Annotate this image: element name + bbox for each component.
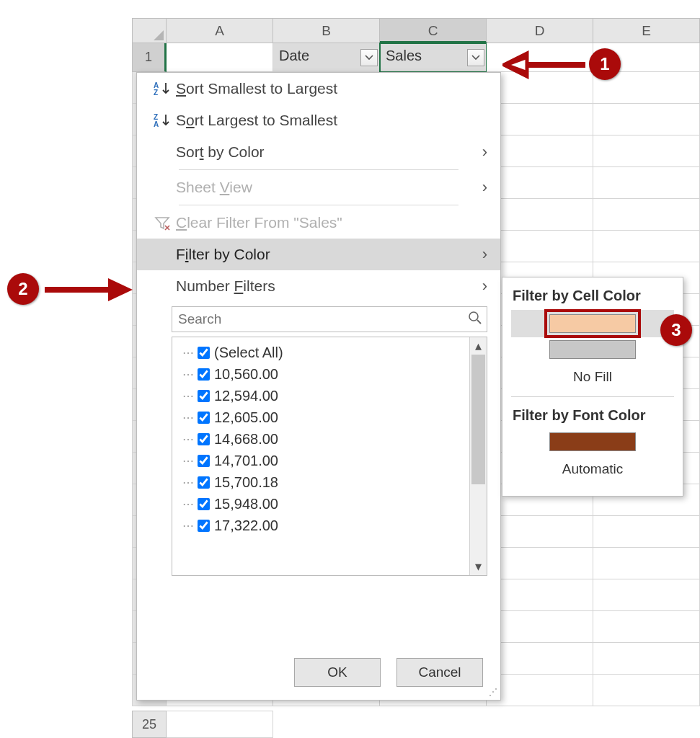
col-header-B[interactable]: B: [273, 18, 380, 43]
filter-by-color[interactable]: Filter by Color ›: [137, 239, 500, 270]
value-label: 17,322.00: [214, 517, 278, 534]
svg-text:A: A: [154, 120, 159, 128]
chevron-right-icon: ›: [482, 143, 487, 161]
automatic-option[interactable]: Automatic: [511, 454, 674, 486]
sort-asc-icon: AZ: [149, 81, 176, 97]
cell-B1[interactable]: Date: [273, 43, 380, 72]
chevron-right-icon: ›: [482, 178, 487, 197]
separator: [179, 169, 458, 170]
scroll-up-icon[interactable]: ▴: [470, 337, 487, 355]
value-label: 14,701.00: [214, 453, 278, 469]
filter-values-panel: ⋯ (Select All) ⋯10,560.00 ⋯12,594.00 ⋯12…: [172, 337, 487, 576]
chevron-right-icon: ›: [482, 245, 487, 264]
value-label: 12,594.00: [214, 388, 278, 404]
value-label: 15,700.18: [214, 474, 278, 491]
sheet-view: Sheet View ›: [137, 172, 500, 203]
checkbox[interactable]: [198, 455, 210, 467]
scrollbar[interactable]: ▴ ▾: [469, 337, 487, 575]
arrow-2-icon: [42, 277, 134, 303]
sort-asc-label: Sort Smallest to Largest: [176, 80, 489, 97]
cell-color-option-1[interactable]: [511, 310, 674, 337]
sort-desc-label: Sort Largest to Smallest: [176, 112, 489, 129]
checkbox[interactable]: [198, 520, 210, 532]
row-25: 25: [132, 711, 273, 738]
filter-by-font-color-title: Filter by Font Color: [511, 404, 674, 430]
col-header-C[interactable]: C: [380, 18, 487, 43]
tree-item[interactable]: ⋯17,322.00: [175, 515, 466, 536]
chevron-right-icon: ›: [482, 277, 487, 295]
clear-filter-label: Clear Filter From "Sales": [176, 214, 489, 231]
filter-button-sales[interactable]: [467, 49, 484, 66]
filter-search[interactable]: [172, 306, 487, 332]
sort-desc-icon: ZA: [149, 112, 176, 128]
tree-item[interactable]: ⋯15,948.00: [175, 493, 466, 515]
filter-button-date[interactable]: [360, 49, 378, 66]
select-all-corner[interactable]: [132, 18, 167, 43]
color-swatch: [549, 432, 636, 451]
font-color-option-1[interactable]: [511, 430, 674, 454]
col-header-A[interactable]: A: [167, 18, 273, 43]
row-header-1[interactable]: 1: [132, 43, 167, 72]
scroll-down-icon[interactable]: ▾: [470, 558, 487, 575]
tree-item[interactable]: ⋯12,594.00: [175, 385, 466, 406]
cell-color-option-2[interactable]: [511, 337, 674, 362]
checkbox[interactable]: [198, 476, 210, 489]
sort-by-color[interactable]: Sort by Color ›: [137, 136, 500, 168]
number-filters[interactable]: Number Filters ›: [137, 270, 500, 302]
dialog-buttons: OK Cancel: [294, 658, 483, 687]
arrow-1-icon: [502, 50, 588, 79]
cancel-button[interactable]: Cancel: [396, 658, 483, 687]
tree-item[interactable]: ⋯12,605.00: [175, 406, 466, 428]
select-all-label: (Select All): [214, 344, 283, 361]
cell-C1-text: Sales: [386, 48, 422, 63]
callout-2: 2: [7, 273, 39, 305]
filter-values-tree[interactable]: ⋯ (Select All) ⋯10,560.00 ⋯12,594.00 ⋯12…: [172, 337, 469, 575]
filter-by-color-label: Filter by Color: [176, 246, 489, 263]
svg-text:Z: Z: [154, 89, 158, 97]
column-headers: A B C D E: [132, 18, 700, 43]
checkbox[interactable]: [198, 412, 210, 424]
sort-by-color-label: Sort by Color: [176, 143, 489, 161]
checkbox[interactable]: [198, 390, 210, 402]
value-label: 15,948.00: [214, 496, 278, 512]
resize-grip-icon[interactable]: ⋰: [489, 687, 497, 697]
value-label: 14,668.00: [214, 431, 278, 448]
separator: [179, 205, 458, 205]
svg-point-4: [469, 312, 478, 321]
number-filters-label: Number Filters: [176, 277, 489, 295]
ok-button[interactable]: OK: [294, 658, 381, 687]
filter-dropdown-menu: AZ Sort Smallest to Largest ZA Sort Larg…: [136, 72, 501, 701]
separator: [511, 396, 674, 397]
row-header-25[interactable]: 25: [132, 711, 167, 738]
filter-by-color-submenu: Filter by Cell Color No Fill Filter by F…: [502, 277, 683, 497]
tree-item[interactable]: ⋯14,668.00: [175, 428, 466, 450]
tree-item-select-all[interactable]: ⋯ (Select All): [175, 342, 466, 363]
funnel-clear-icon: [149, 215, 176, 231]
cell-B1-text: Date: [279, 48, 309, 63]
scroll-thumb[interactable]: [471, 355, 485, 484]
color-swatch: [549, 340, 636, 359]
checkbox[interactable]: [198, 433, 210, 445]
sort-ascending[interactable]: AZ Sort Smallest to Largest: [137, 73, 500, 105]
sort-descending[interactable]: ZA Sort Largest to Smallest: [137, 105, 500, 136]
callout-1: 1: [589, 48, 621, 80]
clear-filter: Clear Filter From "Sales": [137, 207, 500, 239]
checkbox[interactable]: [198, 498, 210, 510]
tree-item[interactable]: ⋯10,560.00: [175, 363, 466, 385]
value-label: 12,605.00: [214, 409, 278, 426]
search-input[interactable]: [177, 311, 468, 328]
callout-3: 3: [660, 314, 692, 346]
tree-item[interactable]: ⋯14,701.00: [175, 450, 466, 471]
tree-item[interactable]: ⋯15,700.18: [175, 471, 466, 493]
col-header-D[interactable]: D: [487, 18, 593, 43]
cell-A1[interactable]: [167, 43, 273, 72]
checkbox-select-all[interactable]: [198, 347, 210, 359]
no-fill-option[interactable]: No Fill: [511, 362, 674, 394]
col-header-E[interactable]: E: [593, 18, 700, 43]
value-label: 10,560.00: [214, 366, 278, 383]
search-icon: [468, 311, 482, 329]
checkbox[interactable]: [198, 368, 210, 381]
cell-A25[interactable]: [167, 711, 273, 738]
cell-C1[interactable]: Sales: [380, 43, 487, 72]
sheet-view-label: Sheet View: [176, 179, 489, 196]
